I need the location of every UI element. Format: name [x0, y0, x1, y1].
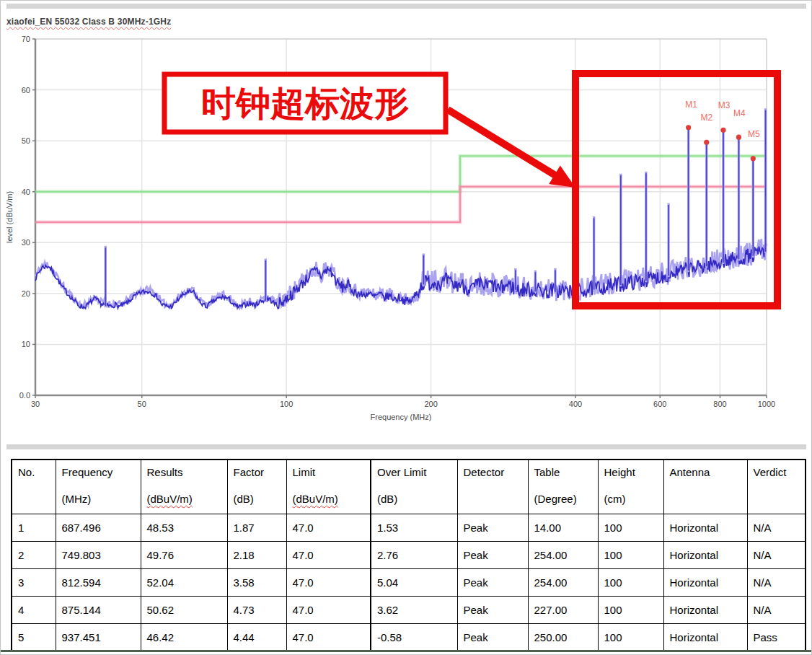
- x-axis-title: Frequency (MHz): [371, 413, 432, 421]
- table-cell: 4.44: [227, 624, 286, 652]
- table-cell: Peak: [457, 597, 528, 624]
- x-tick-label: 600: [653, 400, 666, 408]
- column-header: No.: [12, 460, 56, 514]
- y-tick-label: 70: [22, 35, 30, 43]
- table-cell: 47.0: [286, 624, 371, 652]
- table-cell: 4.73: [227, 597, 286, 624]
- table-row: 4875.14450.624.7347.03.62Peak227.00100Ho…: [12, 597, 806, 624]
- column-header: Factor(dB): [227, 460, 286, 514]
- table-cell: 254.00: [528, 542, 598, 569]
- table-cell: N/A: [747, 569, 806, 597]
- table-cell: Peak: [457, 514, 528, 542]
- column-header: Limit(dBuV/m): [286, 460, 371, 514]
- y-axis-title: level (dBuV/m): [5, 191, 14, 243]
- table-cell: 254.00: [528, 569, 598, 597]
- x-tick-label: 100: [280, 400, 293, 408]
- table-cell: 5: [12, 624, 56, 652]
- marker-dot-M1: [686, 125, 691, 130]
- x-tick-label: 30: [31, 400, 40, 408]
- table-cell: 46.42: [141, 624, 227, 652]
- table-row: 1687.49648.531.8747.01.53Peak14.00100Hor…: [12, 514, 806, 542]
- table-cell: 50.62: [141, 597, 227, 624]
- x-tick-label: 200: [424, 400, 437, 408]
- table-cell: 3: [12, 569, 56, 597]
- table-cell: 687.496: [56, 514, 141, 542]
- emc-spectrum-chart: 706050403020100.030501002004006008001000…: [1, 1, 812, 442]
- spectrum-trace-light: [35, 239, 767, 308]
- table-cell: 250.00: [528, 624, 598, 652]
- table-cell: Peak: [457, 569, 528, 597]
- marker-label-M1: M1: [685, 100, 697, 110]
- results-table: No. Frequency(MHz) Results(dBuV/m) Facto…: [11, 459, 806, 652]
- table-cell: 47.0: [286, 542, 371, 569]
- table-cell: 4: [12, 597, 56, 624]
- marker-dot-M2: [704, 140, 709, 145]
- table-row: 2749.80349.762.1847.02.76Peak254.00100Ho…: [12, 542, 806, 569]
- column-header: Over Limit(dB): [371, 460, 457, 514]
- y-tick-label: 30: [22, 238, 30, 247]
- table-cell: 14.00: [528, 514, 598, 542]
- table-cell: 100: [598, 569, 663, 597]
- marker-dot-M5: [751, 156, 756, 161]
- table-cell: 812.594: [56, 569, 141, 597]
- table-cell: 227.00: [528, 597, 598, 624]
- table-cell: 749.803: [56, 542, 141, 569]
- table-cell: 2.76: [371, 542, 457, 569]
- results-table-container: No. Frequency(MHz) Results(dBuV/m) Facto…: [11, 459, 806, 652]
- table-header-row: No. Frequency(MHz) Results(dBuV/m) Facto…: [12, 460, 806, 514]
- marker-label-M3: M3: [718, 100, 731, 110]
- emc-report-window: 706050403020100.030501002004006008001000…: [0, 0, 812, 655]
- table-cell: 5.04: [371, 569, 457, 597]
- bottom-edge-line: [1, 650, 812, 652]
- table-cell: 52.04: [141, 569, 227, 597]
- table-cell: -0.58: [371, 624, 457, 652]
- table-cell: 1.53: [371, 514, 457, 542]
- table-cell: N/A: [747, 514, 806, 542]
- table-cell: 100: [598, 624, 663, 652]
- y-tick-label: 60: [22, 86, 30, 94]
- middle-separator-bar: [6, 444, 806, 449]
- chart-area: 706050403020100.030501002004006008001000…: [1, 1, 812, 442]
- marker-dot-M4: [736, 135, 741, 140]
- y-tick-label: 0.0: [19, 391, 30, 400]
- table-cell: 3.58: [227, 569, 286, 597]
- column-header: Detector: [457, 460, 528, 514]
- chart-title: xiaofei_EN 55032 Class B 30MHz-1GHz: [6, 17, 171, 27]
- table-cell: 937.451: [56, 624, 141, 652]
- x-tick-label: 800: [713, 400, 726, 408]
- table-cell: N/A: [747, 542, 806, 569]
- table-row: 5937.45146.424.4447.0-0.58Peak250.00100H…: [12, 624, 806, 652]
- table-cell: 100: [598, 597, 663, 624]
- x-tick-label: 1000: [758, 400, 775, 408]
- table-cell: 48.53: [141, 514, 227, 542]
- table-cell: Peak: [457, 624, 528, 652]
- table-cell: 49.76: [141, 542, 227, 569]
- column-header: Table(Degree): [528, 460, 598, 514]
- table-cell: Horizontal: [663, 542, 747, 569]
- marker-dot-M3: [720, 128, 725, 133]
- table-cell: 100: [598, 542, 663, 569]
- column-header: Antenna: [663, 460, 747, 514]
- y-tick-label: 20: [22, 289, 30, 298]
- table-cell: 47.0: [286, 597, 371, 624]
- column-header: Frequency(MHz): [56, 460, 141, 514]
- marker-label-M2: M2: [700, 113, 712, 123]
- x-tick-label: 50: [138, 400, 146, 408]
- table-cell: Horizontal: [663, 569, 747, 597]
- table-cell: Horizontal: [663, 624, 747, 652]
- table-cell: 2.18: [227, 542, 286, 569]
- marker-label-M4: M4: [733, 108, 746, 118]
- marker-label-M5: M5: [748, 129, 760, 139]
- y-tick-label: 10: [22, 340, 30, 348]
- column-header: Results(dBuV/m): [141, 460, 227, 514]
- table-cell: 875.144: [56, 597, 141, 624]
- table-cell: Pass: [747, 624, 806, 652]
- table-cell: Horizontal: [663, 514, 747, 542]
- column-header: Verdict: [747, 460, 806, 514]
- table-cell: Peak: [457, 542, 528, 569]
- table-cell: 1.87: [227, 514, 286, 542]
- x-tick-label: 400: [569, 400, 582, 408]
- y-tick-label: 40: [22, 188, 30, 196]
- y-tick-label: 50: [22, 136, 30, 145]
- table-cell: 47.0: [286, 514, 371, 542]
